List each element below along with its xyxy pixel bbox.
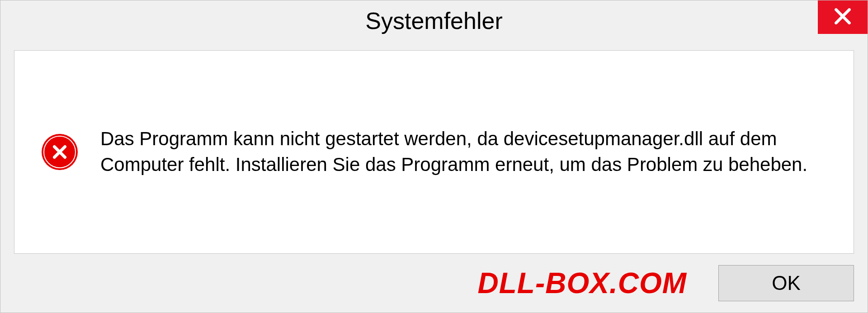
titlebar: Systemfehler bbox=[0, 0, 868, 41]
content-area: Das Programm kann nicht gestartet werden… bbox=[0, 41, 868, 254]
ok-button-label: OK bbox=[772, 272, 801, 294]
button-row: DLL-BOX.COM OK bbox=[0, 254, 868, 313]
dialog-title: Systemfehler bbox=[365, 7, 502, 34]
message-panel: Das Programm kann nicht gestartet werden… bbox=[14, 50, 854, 254]
close-button[interactable] bbox=[818, 0, 868, 34]
error-dialog: Systemfehler Das Programm kann nicht bbox=[0, 0, 868, 313]
ok-button[interactable]: OK bbox=[718, 265, 854, 301]
close-icon bbox=[833, 6, 853, 28]
watermark-text: DLL-BOX.COM bbox=[478, 266, 687, 300]
error-icon bbox=[42, 134, 78, 170]
error-message: Das Programm kann nicht gestartet werden… bbox=[100, 126, 826, 177]
